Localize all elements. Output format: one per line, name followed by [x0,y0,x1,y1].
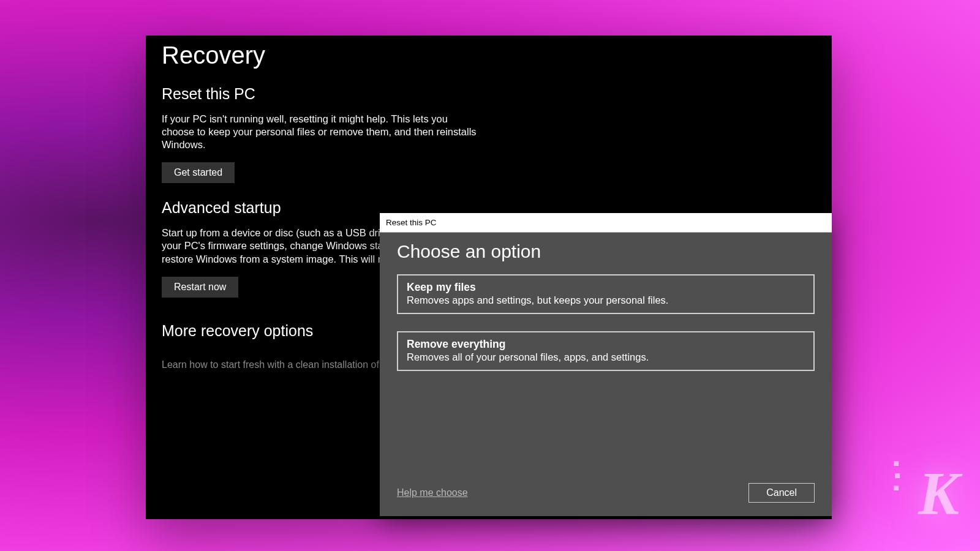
dialog-title-bar: Reset this PC [380,213,832,233]
watermark-dots-icon: ▪ ▪▪ [892,457,897,493]
dialog-body: Choose an option Keep my files Removes a… [380,233,832,371]
option-description: Removes all of your personal files, apps… [407,351,805,363]
watermark-logo: ▪ ▪▪ K [918,463,956,524]
section-description: If your PC isn't running well, resetting… [162,113,480,151]
reset-pc-dialog: Reset this PC Choose an option Keep my f… [380,213,832,516]
restart-now-button[interactable]: Restart now [162,277,238,298]
option-keep-my-files[interactable]: Keep my files Removes apps and settings,… [397,274,815,314]
option-title: Keep my files [407,281,805,294]
watermark-letter: K [918,459,956,527]
get-started-button[interactable]: Get started [162,162,235,183]
page-title: Recovery [162,36,816,69]
option-remove-everything[interactable]: Remove everything Removes all of your pe… [397,331,815,371]
dialog-footer: Help me choose Cancel [397,483,815,503]
cancel-button[interactable]: Cancel [748,483,815,503]
option-title: Remove everything [407,338,805,351]
settings-window: Recovery Reset this PC If your PC isn't … [146,36,832,519]
option-description: Removes apps and settings, but keeps you… [407,294,805,306]
section-heading: Reset this PC [162,85,480,103]
help-me-choose-link[interactable]: Help me choose [397,487,468,498]
dialog-heading: Choose an option [397,241,815,262]
reset-this-pc-section: Reset this PC If your PC isn't running w… [162,85,480,183]
